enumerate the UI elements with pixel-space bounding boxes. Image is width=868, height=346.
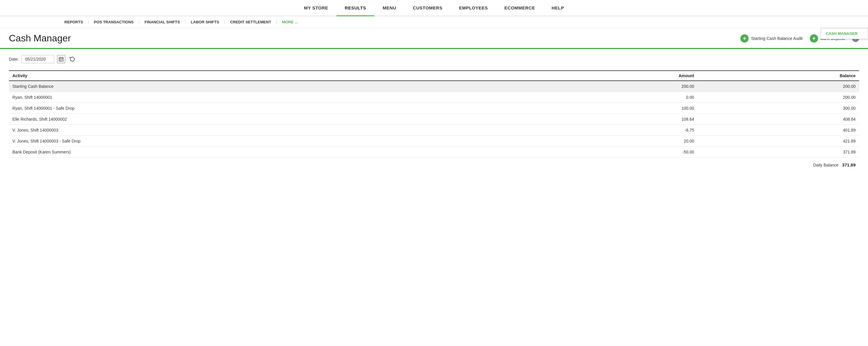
cell-activity: V. Jones, Shift 14000003	[9, 125, 538, 136]
starting-cash-audit-label: Starting Cash Balance Audit	[751, 36, 802, 41]
table-row: Bank Deposit (Karen Summers)-50.00371.89	[9, 147, 859, 157]
cell-amount: 200.00	[538, 81, 698, 92]
starting-cash-audit-button[interactable]: + Starting Cash Balance Audit	[740, 34, 802, 42]
nav-reports[interactable]: REPORTS	[59, 20, 89, 24]
add-cash-audit-icon: +	[740, 34, 749, 42]
nav-ecommerce[interactable]: ECOMMERCE	[496, 0, 543, 16]
top-navigation: MY STORE RESULTS MENU CUSTOMERS EMPLOYEE…	[0, 0, 868, 16]
nav-financial-shifts[interactable]: FINANCIAL SHIFTS	[139, 20, 186, 24]
cell-balance: 371.89	[698, 147, 859, 157]
cell-activity: Elle Richards, Shift 14000002	[9, 114, 538, 125]
calendar-icon[interactable]	[57, 55, 65, 63]
cell-activity: Starting Cash Balance	[9, 81, 538, 92]
cell-activity: Ryan, Shift 14000001 - Safe Drop	[9, 103, 538, 114]
column-balance: Balance	[698, 71, 859, 81]
date-filter-row: Date:	[9, 55, 859, 63]
svg-rect-8	[61, 60, 61, 61]
nav-labor-shifts[interactable]: LABOR SHIFTS	[186, 20, 225, 24]
table-row: Ryan, Shift 140000010.00200.00	[9, 92, 859, 103]
svg-rect-4	[60, 59, 60, 60]
cash-manager-table: Activity Amount Balance Starting Cash Ba…	[9, 70, 859, 157]
second-navigation: REPORTS POS TRANSACTIONS FINANCIAL SHIFT…	[0, 16, 868, 28]
page-title: Cash Manager	[9, 33, 71, 44]
cell-balance: 200.00	[698, 92, 859, 103]
cell-amount: 100.00	[538, 103, 698, 114]
nav-results[interactable]: RESULTS	[337, 0, 374, 16]
table-row: Ryan, Shift 14000001 - Safe Drop100.0030…	[9, 103, 859, 114]
cell-amount: 20.00	[538, 136, 698, 147]
column-activity: Activity	[9, 71, 538, 81]
nav-more[interactable]: MORE ...	[277, 20, 303, 24]
cell-amount: -50.00	[538, 147, 698, 157]
main-content: Date: Activity	[0, 55, 868, 176]
table-row: Starting Cash Balance200.00200.00	[9, 81, 859, 92]
date-label: Date:	[9, 57, 19, 61]
nav-credit-settlement[interactable]: CREDIT SETTLEMENT	[225, 20, 277, 24]
cell-activity: Ryan, Shift 14000001	[9, 92, 538, 103]
cell-activity: V. Jones, Shift 14000003 - Safe Drop	[9, 136, 538, 147]
daily-balance-row: Daily Balance 371.89	[9, 162, 859, 167]
add-bank-deposit-icon: +	[810, 34, 818, 42]
nav-pos-transactions[interactable]: POS TRANSACTIONS	[89, 20, 139, 24]
cell-balance: 401.89	[698, 125, 859, 136]
table-row: Elle Richards, Shift 14000002108.64408.6…	[9, 114, 859, 125]
svg-rect-7	[60, 60, 60, 61]
svg-rect-5	[61, 59, 61, 60]
cell-balance: 200.00	[698, 81, 859, 92]
cell-balance: 408.64	[698, 114, 859, 125]
cell-balance: 421.89	[698, 136, 859, 147]
cell-balance: 300.00	[698, 103, 859, 114]
table-header-row: Activity Amount Balance	[9, 71, 859, 81]
date-input[interactable]	[22, 55, 54, 63]
svg-rect-6	[62, 59, 63, 60]
nav-help[interactable]: HELP	[543, 0, 572, 16]
dropdown-cash-manager[interactable]: CASH MANAGER	[821, 28, 868, 39]
nav-customers[interactable]: CUSTOMERS	[404, 0, 451, 16]
column-amount: Amount	[538, 71, 698, 81]
daily-balance-label: Daily Balance	[813, 163, 839, 167]
cell-activity: Bank Deposit (Karen Summers)	[9, 147, 538, 157]
nav-employees[interactable]: EMPLOYEES	[451, 0, 496, 16]
cell-amount: 0.00	[538, 92, 698, 103]
table-row: V. Jones, Shift 14000003-6.75401.89	[9, 125, 859, 136]
green-divider	[0, 48, 868, 49]
refresh-icon[interactable]	[68, 55, 76, 63]
nav-menu[interactable]: MENU	[374, 0, 404, 16]
cell-amount: 108.64	[538, 114, 698, 125]
page-header: Cash Manager + Starting Cash Balance Aud…	[0, 28, 868, 44]
cell-amount: -6.75	[538, 125, 698, 136]
nav-my-store[interactable]: MY STORE	[296, 0, 337, 16]
daily-balance-value: 371.89	[842, 162, 856, 167]
table-row: V. Jones, Shift 14000003 - Safe Drop20.0…	[9, 136, 859, 147]
more-dropdown: CASH MANAGER	[821, 28, 868, 39]
